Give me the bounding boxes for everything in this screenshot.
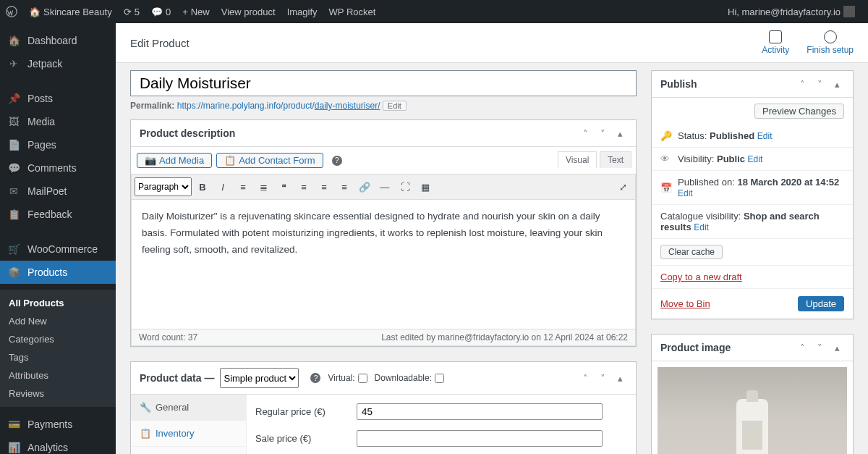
wrench-icon: 🔧 (140, 402, 150, 413)
bullet-list-button[interactable]: ≡ (234, 177, 252, 196)
move-up-button[interactable]: ˄ (795, 77, 809, 91)
menu-media[interactable]: 🖼Media (0, 110, 116, 133)
activity-button[interactable]: Activity (762, 30, 789, 55)
submenu-tags[interactable]: Tags (0, 348, 116, 366)
comments-icon: 💬 (7, 162, 20, 174)
submenu-add-new[interactable]: Add New (0, 312, 116, 330)
finish-setup-button[interactable]: Finish setup (807, 30, 854, 55)
tab-inventory[interactable]: 📋Inventory (131, 421, 246, 447)
camera-icon: 📷 (145, 155, 156, 166)
link-button[interactable]: 🔗 (355, 177, 374, 196)
toolbar-toggle-button[interactable]: ▦ (416, 177, 435, 196)
text-tab[interactable]: Text (600, 151, 631, 168)
submenu-attributes[interactable]: Attributes (0, 366, 116, 384)
align-left-button[interactable]: ≡ (294, 177, 313, 196)
move-to-bin-link[interactable]: Move to Bin (660, 298, 710, 309)
imagify-menu[interactable]: Imagify (281, 0, 323, 23)
product-type-select[interactable]: Simple product (220, 368, 299, 388)
calendar-icon: 📅 (660, 182, 672, 193)
edit-visibility-link[interactable]: Edit (748, 154, 763, 164)
virtual-checkbox[interactable] (358, 374, 367, 383)
site-name[interactable]: 🏠Skincare Beauty (23, 0, 118, 23)
toggle-button[interactable]: ▴ (613, 126, 627, 140)
admin-sidebar: 🏠Dashboard ✈Jetpack 📌Posts 🖼Media 📄Pages… (0, 23, 116, 454)
move-down-button[interactable]: ˅ (812, 77, 827, 91)
view-product[interactable]: View product (216, 0, 281, 23)
move-up-button[interactable]: ˄ (578, 371, 592, 385)
sale-price-input[interactable] (357, 430, 603, 447)
toggle-button[interactable]: ▴ (830, 77, 844, 91)
submenu-all-products[interactable]: All Products (0, 294, 116, 312)
edit-status-link[interactable]: Edit (757, 131, 773, 141)
products-icon: 📦 (7, 266, 20, 278)
product-description-box: Product description ˄ ˅ ▴ Visual Text 📷A… (130, 119, 637, 347)
expand-button[interactable]: ⤢ (613, 177, 632, 196)
product-data-box: Product data — Simple product ? Virtual:… (130, 361, 637, 454)
menu-jetpack[interactable]: ✈Jetpack (0, 52, 116, 75)
wp-rocket-menu[interactable]: WP Rocket (323, 0, 382, 23)
italic-button[interactable]: I (213, 177, 232, 196)
add-media-button[interactable]: 📷Add Media (137, 153, 212, 168)
help-icon[interactable]: ? (332, 156, 342, 166)
format-select[interactable]: Paragraph (135, 177, 192, 196)
menu-pages[interactable]: 📄Pages (0, 133, 116, 156)
quote-button[interactable]: ❝ (274, 177, 293, 196)
submenu-categories[interactable]: Categories (0, 330, 116, 348)
edit-catalogue-link[interactable]: Edit (694, 222, 709, 232)
help-icon[interactable]: ? (310, 373, 320, 383)
menu-mailpoet[interactable]: ✉MailPoet (0, 180, 116, 203)
menu-analytics[interactable]: 📊Analytics (0, 436, 116, 454)
move-up-button[interactable]: ˄ (578, 126, 592, 140)
products-submenu: All Products Add New Categories Tags Att… (0, 290, 116, 407)
submenu-reviews[interactable]: Reviews (0, 384, 116, 403)
align-right-button[interactable]: ≡ (335, 177, 354, 196)
woocommerce-icon: 🛒 (7, 243, 20, 255)
regular-price-input[interactable] (357, 403, 603, 420)
menu-payments[interactable]: 💳Payments (0, 413, 116, 436)
menu-posts[interactable]: 📌Posts (0, 87, 116, 110)
numbered-list-button[interactable]: ≣ (254, 177, 273, 196)
edit-slug-button[interactable]: Edit (383, 101, 407, 111)
last-edited: Last edited by marine@fridayfactory.io o… (381, 332, 628, 342)
menu-comments[interactable]: 💬Comments (0, 156, 116, 180)
page-title: Edit Product (130, 37, 190, 49)
move-down-button[interactable]: ˅ (595, 371, 610, 385)
product-image-thumbnail[interactable] (658, 367, 847, 454)
preview-changes-button[interactable]: Preview Changes (754, 104, 844, 119)
description-editor[interactable]: Daily Moisturizer" is a rejuvenating ski… (131, 199, 636, 329)
tab-general[interactable]: 🔧General (131, 395, 246, 421)
product-title-input[interactable] (130, 70, 637, 96)
bold-button[interactable]: B (193, 177, 212, 196)
mailpoet-icon: ✉ (7, 185, 20, 197)
move-down-button[interactable]: ˅ (595, 126, 610, 140)
menu-woocommerce[interactable]: 🛒WooCommerce (0, 237, 116, 261)
my-account[interactable]: Hi, marine@fridayfactory.io (722, 0, 861, 23)
tab-shipping[interactable]: 🚚Shipping (131, 447, 246, 454)
clear-cache-button[interactable]: Clear cache (660, 245, 723, 259)
sale-price-label: Sale price (€) (255, 433, 357, 444)
align-center-button[interactable]: ≡ (315, 177, 333, 196)
fullscreen-button[interactable]: ⛶ (396, 177, 414, 196)
move-up-button[interactable]: ˄ (795, 340, 809, 355)
permalink-link[interactable]: https://marine.polylang.info/product/dai… (177, 101, 380, 111)
new-content[interactable]: +New (176, 0, 216, 23)
move-down-button[interactable]: ˅ (812, 340, 827, 355)
toggle-button[interactable]: ▴ (830, 340, 844, 355)
visual-tab[interactable]: Visual (558, 151, 597, 168)
downloadable-checkbox[interactable] (435, 374, 444, 383)
form-icon: 📋 (224, 155, 236, 166)
insert-more-button[interactable]: — (375, 177, 394, 196)
comments-count[interactable]: 💬0 (145, 0, 176, 23)
toggle-button[interactable]: ▴ (613, 371, 627, 385)
title-wrap: Permalink: https://marine.polylang.info/… (130, 70, 637, 111)
updates[interactable]: ⟳5 (118, 0, 145, 23)
add-contact-form-button[interactable]: 📋Add Contact Form (216, 153, 323, 168)
update-button[interactable]: Update (798, 296, 844, 311)
wp-logo[interactable] (0, 0, 23, 23)
edit-date-link[interactable]: Edit (678, 188, 693, 198)
copy-draft-link[interactable]: Copy to a new draft (660, 272, 742, 282)
menu-feedback[interactable]: 📋Feedback (0, 203, 116, 226)
menu-dashboard[interactable]: 🏠Dashboard (0, 29, 116, 52)
menu-products[interactable]: 📦Products (0, 261, 116, 284)
pages-icon: 📄 (7, 139, 20, 151)
